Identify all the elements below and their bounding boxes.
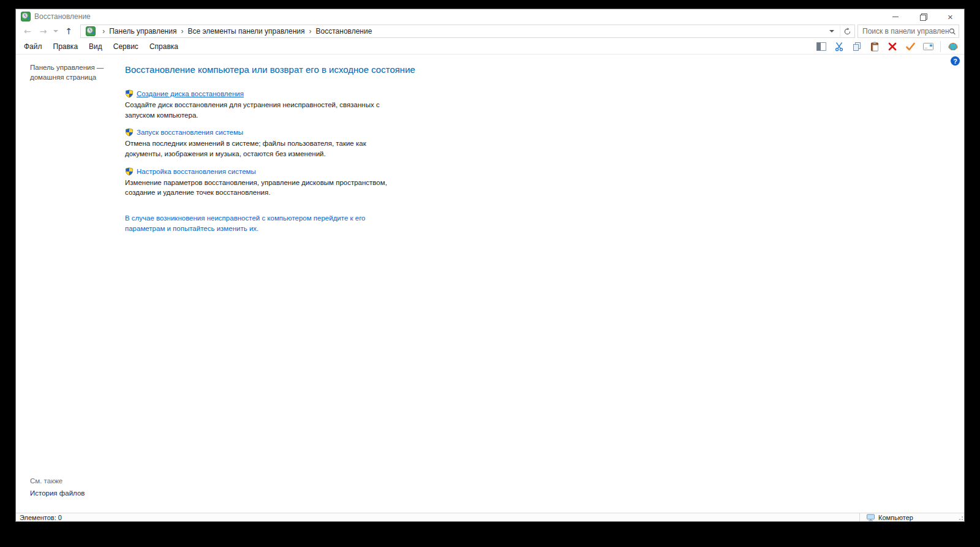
recent-pages-chevron-icon[interactable] — [53, 30, 58, 32]
close-icon: × — [948, 12, 953, 21]
location-icon — [86, 26, 96, 36]
check-button[interactable] — [905, 41, 916, 52]
window-title: Восстановление — [34, 12, 91, 21]
help-button[interactable]: ? — [951, 56, 960, 66]
delete-icon — [888, 42, 897, 51]
shell-button[interactable] — [948, 41, 959, 52]
computer-label: Компьютер — [878, 514, 913, 521]
delete-button[interactable] — [887, 41, 898, 52]
address-row: ← → ↑ › Панель управления › Все элементы… — [16, 24, 964, 39]
recovery-window: Восстановление × ← → ↑ › Панель управлен… — [15, 9, 965, 522]
menu-view[interactable]: Вид — [83, 42, 108, 51]
back-button[interactable]: ← — [20, 27, 36, 36]
refresh-button[interactable] — [840, 25, 854, 37]
breadcrumb-separator: › — [176, 27, 187, 36]
breadcrumb-all-items[interactable]: Все элементы панели управления — [187, 27, 304, 36]
create-recovery-drive-link[interactable]: Создание диска восстановления — [137, 90, 244, 97]
toolbar-separator — [940, 41, 941, 52]
status-bar: Элементов: 0 Компьютер — [16, 513, 964, 521]
menu-tools[interactable]: Сервис — [108, 42, 144, 51]
see-also-section: См. также История файлов — [30, 477, 121, 497]
sidebar-item-file-history[interactable]: История файлов — [30, 489, 121, 497]
restore-button[interactable] — [909, 9, 937, 24]
computer-status: Компьютер — [860, 513, 964, 521]
task-open-system-restore: Запуск восстановления системы Отмена пос… — [125, 128, 964, 159]
refresh-icon — [843, 28, 851, 36]
troubleshoot-note-link[interactable]: В случае возникновения неисправностей с … — [125, 213, 402, 233]
toolbar — [816, 41, 964, 52]
task-create-recovery-drive: Создание диска восстановления Создайте д… — [125, 89, 964, 120]
items-count: Элементов: 0 — [16, 514, 859, 521]
main-pane: Восстановление компьютера или возврат ег… — [125, 55, 964, 513]
menu-bar: Файл Правка Вид Сервис Справка — [16, 39, 964, 55]
minimize-icon — [892, 17, 899, 17]
see-also-header: См. также — [30, 477, 121, 485]
uac-shield-icon — [125, 128, 134, 137]
shell-icon — [948, 42, 959, 51]
breadcrumb-control-panel[interactable]: Панель управления — [109, 27, 176, 36]
menu-file[interactable]: Файл — [18, 42, 48, 51]
paste-button[interactable] — [869, 41, 880, 52]
close-button[interactable]: × — [937, 9, 964, 24]
configure-system-restore-link[interactable]: Настройка восстановления системы — [137, 168, 256, 175]
breadcrumb-separator: › — [305, 27, 316, 36]
search-icon[interactable] — [949, 28, 956, 36]
copy-icon — [852, 42, 862, 51]
up-button[interactable]: ↑ — [61, 27, 77, 36]
check-icon — [905, 42, 916, 51]
task-configure-system-restore: Настройка восстановления системы Изменен… — [125, 167, 964, 198]
properties-button[interactable] — [922, 41, 933, 52]
restore-icon — [920, 13, 926, 20]
cut-icon — [834, 42, 844, 51]
sidebar: Панель управления — домашняя страница См… — [16, 55, 125, 513]
app-icon — [21, 12, 31, 21]
address-dropdown-icon[interactable] — [829, 30, 834, 32]
title-bar: Восстановление × — [16, 9, 964, 24]
uac-shield-icon — [125, 167, 134, 176]
computer-icon — [866, 514, 875, 521]
task-description: Создайте диск восстановления для устране… — [125, 100, 402, 120]
task-description: Отмена последних изменений в системе; фа… — [125, 138, 402, 159]
paste-icon — [870, 42, 880, 51]
menu-help[interactable]: Справка — [144, 42, 184, 51]
address-bar[interactable]: › Панель управления › Все элементы панел… — [80, 25, 855, 38]
details-pane-icon — [816, 42, 826, 51]
properties-icon — [923, 43, 933, 50]
copy-button[interactable] — [851, 41, 862, 52]
cut-button[interactable] — [834, 41, 845, 52]
search-input[interactable] — [862, 27, 949, 36]
details-pane-button[interactable] — [816, 41, 827, 52]
search-box — [858, 25, 959, 38]
breadcrumb-separator: › — [98, 27, 109, 36]
forward-button[interactable]: → — [36, 27, 51, 36]
page-title: Восстановление компьютера или возврат ег… — [125, 64, 964, 75]
breadcrumb-recovery[interactable]: Восстановление — [316, 27, 372, 36]
task-description: Изменение параметров восстановления, упр… — [125, 178, 402, 198]
minimize-button[interactable] — [881, 9, 909, 24]
uac-shield-icon — [125, 89, 134, 98]
open-system-restore-link[interactable]: Запуск восстановления системы — [137, 129, 243, 136]
resize-grip[interactable] — [957, 514, 964, 521]
content-area: ? Панель управления — домашняя страница … — [16, 55, 964, 513]
sidebar-item-control-panel-home[interactable]: Панель управления — домашняя страница — [30, 62, 121, 82]
menu-edit[interactable]: Правка — [48, 42, 84, 51]
